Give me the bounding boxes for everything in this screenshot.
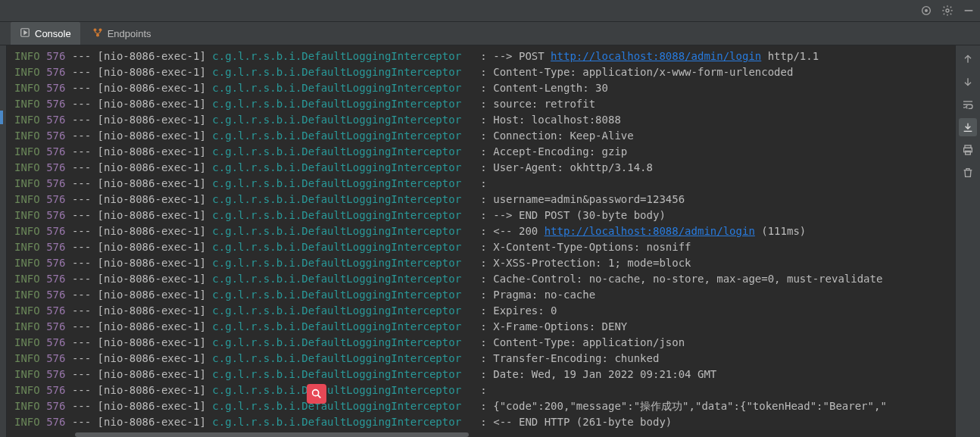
minimize-icon[interactable]	[962, 4, 975, 17]
gutter-indicator	[0, 111, 3, 124]
url-link[interactable]: http://localhost:8088/admin/login	[551, 50, 761, 62]
tab-label: Endpoints	[108, 28, 151, 39]
log-line: INFO 576 --- [nio-8086-exec-1] c.g.l.r.s…	[14, 319, 947, 335]
log-line: INFO 576 --- [nio-8086-exec-1] c.g.l.r.s…	[14, 160, 947, 176]
tabs-bar: ConsoleEndpoints	[0, 22, 980, 45]
log-line: INFO 576 --- [nio-8086-exec-1] c.g.l.r.s…	[14, 48, 947, 64]
log-line: INFO 576 --- [nio-8086-exec-1] c.g.l.r.s…	[14, 128, 947, 144]
print-button[interactable]	[959, 141, 977, 159]
log-line: INFO 576 --- [nio-8086-exec-1] c.g.l.r.s…	[14, 303, 947, 319]
branch-icon	[92, 27, 103, 40]
log-line: INFO 576 --- [nio-8086-exec-1] c.g.l.r.s…	[14, 398, 947, 414]
tab-console[interactable]: Console	[11, 22, 80, 45]
play-square-icon	[20, 27, 30, 40]
log-line: INFO 576 --- [nio-8086-exec-1] c.g.l.r.s…	[14, 223, 947, 239]
svg-point-8	[96, 34, 98, 36]
titlebar	[0, 0, 980, 22]
log-line: INFO 576 --- [nio-8086-exec-1] c.g.l.r.s…	[14, 96, 947, 112]
log-line: INFO 576 --- [nio-8086-exec-1] c.g.l.r.s…	[14, 287, 947, 303]
log-viewport[interactable]: INFO 576 --- [nio-8086-exec-1] c.g.l.r.s…	[7, 45, 955, 437]
log-line: INFO 576 --- [nio-8086-exec-1] c.g.l.r.s…	[14, 351, 947, 367]
tab-endpoints[interactable]: Endpoints	[83, 22, 161, 45]
log-lines: INFO 576 --- [nio-8086-exec-1] c.g.l.r.s…	[7, 45, 955, 430]
log-line: INFO 576 --- [nio-8086-exec-1] c.g.l.r.s…	[14, 64, 947, 80]
target-icon[interactable]	[919, 4, 933, 17]
log-line: INFO 576 --- [nio-8086-exec-1] c.g.l.r.s…	[14, 239, 947, 255]
log-line: INFO 576 --- [nio-8086-exec-1] c.g.l.r.s…	[14, 367, 947, 382]
jump-top-button[interactable]	[959, 50, 977, 68]
svg-point-6	[94, 29, 96, 31]
right-toolbar-rail	[955, 45, 980, 437]
tab-label: Console	[35, 28, 71, 39]
svg-point-9	[313, 390, 319, 396]
horizontal-scrollbar-thumb[interactable]	[75, 432, 469, 437]
log-line: INFO 576 --- [nio-8086-exec-1] c.g.l.r.s…	[14, 271, 947, 287]
svg-marker-5	[24, 30, 27, 34]
svg-point-7	[99, 29, 101, 31]
console-area: INFO 576 --- [nio-8086-exec-1] c.g.l.r.s…	[0, 45, 980, 437]
jump-bottom-button[interactable]	[959, 73, 977, 91]
clear-button[interactable]	[959, 164, 977, 182]
soft-wrap-button[interactable]	[959, 95, 977, 114]
log-line: INFO 576 --- [nio-8086-exec-1] c.g.l.r.s…	[14, 255, 947, 271]
log-line: INFO 576 --- [nio-8086-exec-1] c.g.l.r.s…	[14, 176, 947, 192]
url-link[interactable]: http://localhost:8088/admin/login	[545, 225, 755, 237]
log-line: INFO 576 --- [nio-8086-exec-1] c.g.l.r.s…	[14, 208, 947, 223]
left-gutter	[0, 45, 7, 437]
log-line: INFO 576 --- [nio-8086-exec-1] c.g.l.r.s…	[14, 335, 947, 351]
log-line: INFO 576 --- [nio-8086-exec-1] c.g.l.r.s…	[14, 80, 947, 96]
search-overlay-button[interactable]	[307, 384, 326, 404]
log-line: INFO 576 --- [nio-8086-exec-1] c.g.l.r.s…	[14, 414, 947, 430]
svg-point-1	[925, 10, 928, 12]
log-line: INFO 576 --- [nio-8086-exec-1] c.g.l.r.s…	[14, 112, 947, 128]
horizontal-scrollbar[interactable]	[7, 431, 946, 437]
log-line: INFO 576 --- [nio-8086-exec-1] c.g.l.r.s…	[14, 144, 947, 160]
svg-line-10	[318, 395, 321, 398]
log-line: INFO 576 --- [nio-8086-exec-1] c.g.l.r.s…	[14, 192, 947, 208]
log-line: INFO 576 --- [nio-8086-exec-1] c.g.l.r.s…	[14, 382, 947, 398]
gear-icon[interactable]	[941, 4, 954, 17]
svg-point-2	[946, 9, 949, 12]
scroll-to-end-button[interactable]	[959, 118, 977, 136]
